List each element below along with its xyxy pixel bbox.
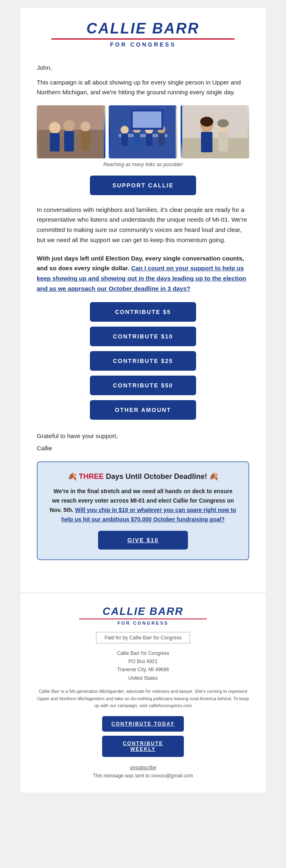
svg-rect-23 — [201, 132, 212, 152]
callout-emoji2: 🍂 — [209, 472, 218, 481]
other-amount-button[interactable]: OTHER AMOUNT — [90, 400, 196, 420]
callout-title-rest: Days Until October Deadline! — [106, 472, 209, 481]
svg-point-2 — [49, 122, 60, 134]
sign-off: Grateful to have your support, — [37, 431, 249, 441]
svg-rect-7 — [81, 131, 90, 151]
photo-2 — [109, 105, 177, 158]
footer: CALLIE BARR FOR CONGRESS Paid for by Cal… — [20, 601, 266, 792]
svg-point-4 — [63, 120, 75, 131]
footer-header-underline — [79, 619, 207, 619]
svg-point-10 — [121, 126, 129, 134]
svg-point-26 — [200, 117, 213, 127]
header-name: CALLIE BARR — [29, 20, 257, 37]
signature-name: Callie — [37, 443, 249, 453]
callout-highlight: THREE — [79, 472, 104, 481]
body-text-2: With just days left until Election Day, … — [37, 254, 249, 294]
contribute-25-button[interactable]: CONTRIBUTE $25 — [90, 351, 196, 371]
callout-title: 🍂 THREE Days Until October Deadline! 🍂 — [49, 472, 237, 481]
email-header: CALLIE BARR FOR CONGRESS — [20, 8, 266, 56]
intro-text: This campaign is all about showing up fo… — [37, 78, 249, 97]
photo-2-svg — [109, 105, 177, 158]
contribute-weekly-button[interactable]: CONTRIBUTE WEEKLY — [102, 736, 184, 757]
photo-3-svg — [181, 105, 249, 158]
svg-rect-5 — [64, 131, 74, 151]
contribute-today-button[interactable]: CONTRIBUTE TODAY — [102, 716, 184, 732]
address-line4: United States — [37, 674, 249, 682]
photo-3 — [181, 105, 249, 158]
sent-to: This message was sent to xxxxxx@gmail.co… — [37, 772, 249, 780]
divider — [20, 593, 266, 593]
svg-rect-19 — [133, 111, 161, 128]
footer-links: unsubscribe This message was sent to xxx… — [37, 763, 249, 780]
paid-by-box: Paid for by Callie Barr for Congress — [96, 632, 190, 643]
svg-point-6 — [80, 122, 90, 131]
unsubscribe-link[interactable]: unsubscribe — [130, 765, 156, 770]
svg-rect-17 — [158, 133, 165, 146]
contribute-50-button[interactable]: CONTRIBUTE $50 — [90, 376, 196, 395]
svg-point-27 — [217, 119, 229, 127]
callout-body-link[interactable]: Will you chip in $10 or whatever you can… — [61, 507, 236, 523]
greeting: John, — [37, 64, 249, 71]
address-line2: PO Box 6921 — [37, 657, 249, 665]
footer-bio: Callie Barr is a 5th-generation Michigan… — [37, 688, 249, 710]
address-line3: Traverse City, MI 49696 — [37, 665, 249, 674]
contribute-10-button[interactable]: CONTRIBUTE $10 — [90, 327, 196, 346]
callout-emoji1: 🍂 — [68, 472, 77, 481]
paid-by-text: Paid for by Callie Barr for Congress — [105, 635, 182, 641]
header-sub: FOR CONGRESS — [29, 41, 257, 48]
email-body: John, This campaign is all about showing… — [20, 56, 266, 581]
email-container: CALLIE BARR FOR CONGRESS John, This camp… — [20, 8, 266, 792]
footer-header-name: CALLIE BARR — [37, 605, 249, 617]
callout-box: 🍂 THREE Days Until October Deadline! 🍂 W… — [37, 461, 249, 560]
give-10-button[interactable]: GIVE $10 — [98, 531, 188, 550]
svg-rect-3 — [50, 133, 60, 151]
header-underline — [51, 38, 235, 40]
photo-caption: Reaching as many folks as possible! — [37, 162, 249, 167]
contribute-5-button[interactable]: CONTRIBUTE $5 — [90, 302, 196, 322]
svg-rect-21 — [182, 138, 248, 158]
svg-rect-25 — [218, 132, 228, 151]
photo-1 — [37, 105, 105, 158]
callout-body: We're in the final stretch and we need a… — [49, 487, 237, 524]
support-callie-button[interactable]: SUPPORT CALLIE — [90, 176, 196, 195]
footer-header-sub: FOR CONGRESS — [37, 621, 249, 625]
body-text-1: In conversations with neighbors and fami… — [37, 205, 249, 245]
address-line1: Callie Barr for Congress — [37, 649, 249, 657]
svg-rect-15 — [146, 134, 152, 146]
svg-rect-13 — [134, 133, 140, 146]
contribute-buttons: CONTRIBUTE $5 CONTRIBUTE $10 CONTRIBUTE … — [37, 302, 249, 420]
photos-row — [37, 105, 249, 158]
footer-address: Callie Barr for Congress PO Box 6921 Tra… — [37, 649, 249, 683]
svg-rect-11 — [121, 134, 128, 146]
photo-1-svg — [37, 105, 105, 158]
footer-buttons: CONTRIBUTE TODAY CONTRIBUTE WEEKLY — [37, 716, 249, 757]
